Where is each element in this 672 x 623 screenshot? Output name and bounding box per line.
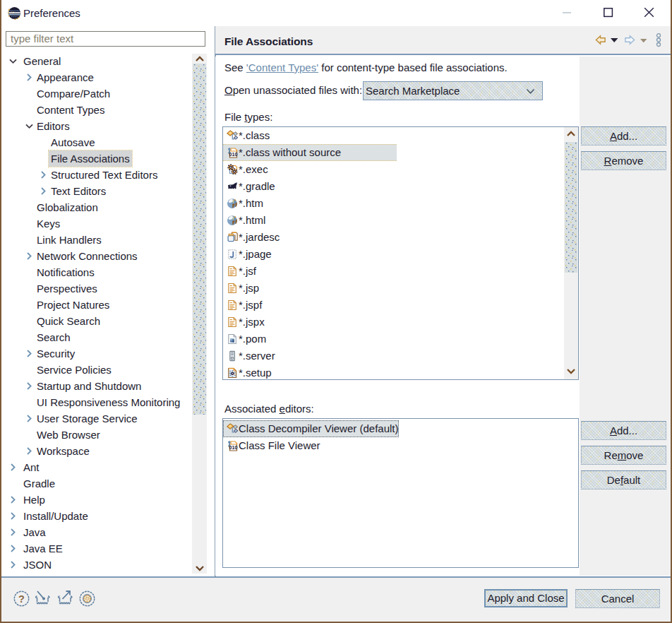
svg-text:010: 010 xyxy=(229,444,238,451)
svg-text:010: 010 xyxy=(229,151,238,158)
svg-text:?: ? xyxy=(18,593,25,605)
